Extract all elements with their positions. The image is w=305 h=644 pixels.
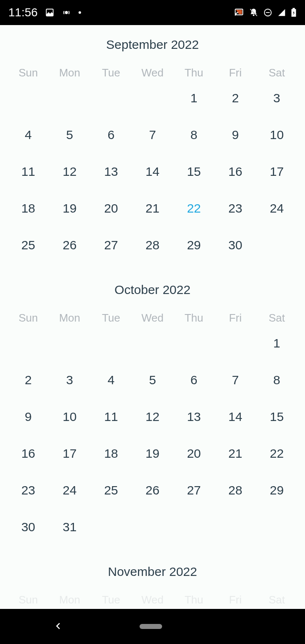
day-cell[interactable]: 14 — [215, 408, 256, 425]
day-cell[interactable]: 5 — [132, 372, 173, 388]
day-cell[interactable]: 11 — [8, 163, 49, 180]
day-empty — [8, 90, 49, 106]
day-empty — [173, 335, 215, 352]
weekday-label: Fri — [215, 593, 256, 606]
weekday-label: Sat — [256, 593, 297, 606]
weekday-label: Mon — [49, 593, 90, 606]
weekday-label: Tue — [90, 66, 132, 79]
day-cell[interactable]: 30 — [215, 237, 256, 254]
day-cell[interactable]: 15 — [256, 408, 297, 425]
do-not-disturb-icon — [263, 8, 272, 17]
weekday-label: Tue — [90, 593, 132, 606]
day-cell[interactable]: 24 — [49, 482, 90, 499]
weekday-label: Wed — [132, 312, 173, 325]
day-cell[interactable]: 5 — [49, 127, 90, 143]
day-cell[interactable]: 16 — [215, 163, 256, 180]
weekday-row: SunMonTueWedThuFriSat — [0, 593, 305, 606]
day-cell[interactable]: 20 — [173, 445, 215, 462]
days-grid: 1234567891011121314151617181920212223242… — [0, 335, 305, 535]
day-cell[interactable]: 9 — [8, 408, 49, 425]
day-cell[interactable]: 4 — [90, 372, 132, 388]
day-cell[interactable]: 29 — [173, 237, 215, 254]
day-cell[interactable]: 8 — [173, 127, 215, 143]
day-cell[interactable]: 3 — [256, 90, 297, 106]
day-cell[interactable]: 23 — [8, 482, 49, 499]
day-cell[interactable]: 22 — [173, 200, 215, 217]
day-cell[interactable]: 19 — [132, 445, 173, 462]
day-cell[interactable]: 10 — [49, 408, 90, 425]
day-cell[interactable]: 3 — [49, 372, 90, 388]
day-cell[interactable]: 29 — [256, 482, 297, 499]
day-cell[interactable]: 17 — [256, 163, 297, 180]
weekday-label: Thu — [173, 312, 215, 325]
day-empty — [215, 335, 256, 352]
day-cell[interactable]: 4 — [8, 127, 49, 143]
weekday-row: SunMonTueWedThuFriSat — [0, 312, 305, 325]
day-empty — [49, 90, 90, 106]
day-cell[interactable]: 28 — [132, 237, 173, 254]
day-cell[interactable]: 14 — [132, 163, 173, 180]
day-cell[interactable]: 27 — [173, 482, 215, 499]
day-cell[interactable]: 6 — [90, 127, 132, 143]
weekday-label: Wed — [132, 593, 173, 606]
day-cell[interactable]: 25 — [8, 237, 49, 254]
day-cell[interactable]: 8 — [256, 372, 297, 388]
home-pill[interactable] — [140, 624, 162, 629]
signal-icon — [277, 8, 286, 17]
day-cell[interactable]: 18 — [8, 200, 49, 217]
day-cell[interactable]: 27 — [90, 237, 132, 254]
day-cell[interactable]: 23 — [215, 200, 256, 217]
svg-point-3 — [253, 15, 254, 16]
svg-point-1 — [65, 11, 68, 14]
day-cell[interactable]: 7 — [132, 127, 173, 143]
day-cell[interactable]: 26 — [132, 482, 173, 499]
day-cell[interactable]: 6 — [173, 372, 215, 388]
day-cell[interactable]: 21 — [132, 200, 173, 217]
day-cell[interactable]: 12 — [132, 408, 173, 425]
cast-icon — [234, 8, 244, 17]
day-cell[interactable]: 16 — [8, 445, 49, 462]
day-cell[interactable]: 26 — [49, 237, 90, 254]
day-cell[interactable]: 15 — [173, 163, 215, 180]
day-cell[interactable]: 31 — [49, 519, 90, 535]
day-cell[interactable]: 30 — [8, 519, 49, 535]
weekday-label: Fri — [215, 66, 256, 79]
day-cell[interactable]: 18 — [90, 445, 132, 462]
status-left: 11:56 — [8, 6, 81, 19]
day-cell[interactable]: 13 — [90, 163, 132, 180]
weekday-label: Mon — [49, 312, 90, 325]
day-cell[interactable]: 17 — [49, 445, 90, 462]
day-cell[interactable]: 12 — [49, 163, 90, 180]
day-empty — [90, 90, 132, 106]
weekday-label: Thu — [173, 593, 215, 606]
day-cell[interactable]: 1 — [173, 90, 215, 106]
weekday-label: Thu — [173, 66, 215, 79]
day-cell[interactable]: 13 — [173, 408, 215, 425]
day-cell[interactable]: 1 — [256, 335, 297, 352]
battery-charging-icon — [291, 8, 297, 17]
calendar-scroll-content[interactable]: September 2022SunMonTueWedThuFriSat12345… — [0, 25, 305, 609]
day-cell[interactable]: 20 — [90, 200, 132, 217]
day-cell[interactable]: 7 — [215, 372, 256, 388]
navigation-bar — [0, 609, 305, 644]
image-icon — [45, 8, 54, 17]
weekday-label: Sun — [8, 593, 49, 606]
day-cell[interactable]: 19 — [49, 200, 90, 217]
day-cell[interactable]: 28 — [215, 482, 256, 499]
month-block: November 2022SunMonTueWedThuFriSat — [0, 565, 305, 606]
broadcast-icon — [62, 8, 71, 17]
day-cell[interactable]: 21 — [215, 445, 256, 462]
weekday-label: Sat — [256, 312, 297, 325]
day-cell[interactable]: 24 — [256, 200, 297, 217]
day-cell[interactable]: 10 — [256, 127, 297, 143]
day-cell[interactable]: 2 — [215, 90, 256, 106]
day-cell[interactable]: 2 — [8, 372, 49, 388]
day-empty — [49, 335, 90, 352]
day-cell[interactable]: 25 — [90, 482, 132, 499]
back-button[interactable] — [54, 620, 63, 633]
day-cell[interactable]: 11 — [90, 408, 132, 425]
day-cell[interactable]: 9 — [215, 127, 256, 143]
svg-rect-9 — [292, 8, 295, 9]
day-cell[interactable]: 22 — [256, 445, 297, 462]
status-time: 11:56 — [8, 6, 38, 19]
